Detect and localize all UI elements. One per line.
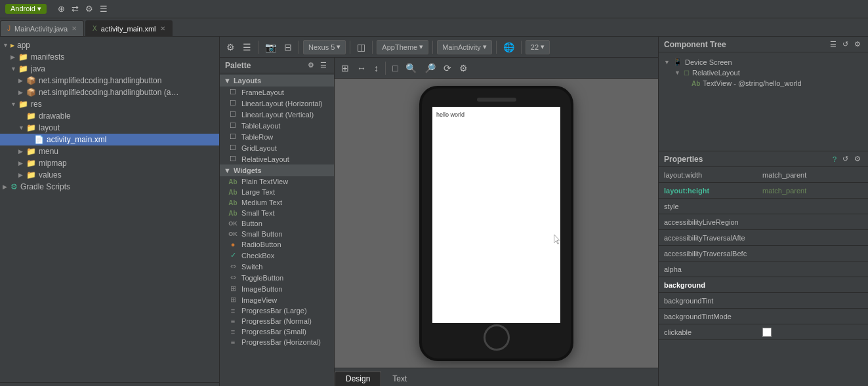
tree-item-values[interactable]: ▶ 📁 values — [0, 169, 219, 181]
props-help-icon[interactable]: ? — [831, 154, 838, 164]
tab-java-close[interactable]: ✕ — [72, 25, 77, 32]
prop-row-layout-height[interactable]: layout:height match_parent — [659, 183, 868, 199]
tab-design[interactable]: Design — [335, 371, 381, 386]
palette-item-button[interactable]: OK Button — [220, 218, 334, 229]
api-dropdown-btn[interactable]: 22 ▾ — [526, 40, 550, 54]
phone-screen[interactable]: hello world — [432, 107, 560, 323]
palette-list-icon[interactable]: ☰ — [240, 41, 254, 54]
clickable-checkbox[interactable] — [762, 328, 772, 337]
screenshot-icon[interactable]: 📷 — [262, 41, 279, 54]
prop-row-style[interactable]: style — [659, 199, 868, 214]
toolbar-sep-4 — [372, 41, 373, 54]
palette-section-widgets[interactable]: ▼ Widgets — [220, 164, 334, 176]
prop-row-a11y-live[interactable]: accessibilityLiveRegion — [659, 214, 868, 230]
canvas-zoom-reset-icon[interactable]: □ — [390, 62, 400, 75]
palette-item-plain-textview[interactable]: Ab Plain TextView — [220, 176, 334, 187]
sync-icon[interactable]: ⊕ — [56, 3, 67, 14]
portrait-icon[interactable]: ◫ — [354, 41, 368, 54]
tab-text[interactable]: Text — [381, 371, 418, 386]
settings-icon[interactable]: ⚙ — [83, 3, 95, 14]
comp-item-device-screen[interactable]: ▼ 📱 Device Screen — [664, 56, 863, 68]
palette-item-switch[interactable]: ⇔ Switch — [220, 261, 334, 272]
prop-row-a11y-trav-b[interactable]: accessibilityTraversalBefc — [659, 246, 868, 261]
palette-item-frame-layout[interactable]: ☐ FrameLayout — [220, 87, 334, 98]
palette-item-relative-layout[interactable]: ☐ RelativeLayout — [220, 153, 334, 164]
palette-item-small-button[interactable]: OK Small Button — [220, 229, 334, 239]
canvas-zoom-in-icon[interactable]: 🔍 — [403, 62, 419, 75]
palette-item-table-row[interactable]: ☐ TableRow — [220, 131, 334, 142]
project-scrollbar[interactable] — [0, 382, 219, 386]
prop-row-bg-tint-mode[interactable]: backgroundTintMode — [659, 309, 868, 324]
canvas-v-expand-icon[interactable]: ↕ — [371, 62, 381, 75]
comp-tree-icon-1[interactable]: ☰ — [828, 39, 838, 49]
menu-icon[interactable]: ☰ — [98, 3, 110, 14]
prop-row-clickable[interactable]: clickable — [659, 324, 868, 340]
canvas-settings-icon[interactable]: ⚙ — [457, 62, 470, 75]
props-filter-icon[interactable]: ⚙ — [852, 154, 863, 164]
prop-row-bg-tint[interactable]: backgroundTint — [659, 293, 868, 309]
tree-item-java[interactable]: ▼ 📁 java — [0, 63, 219, 75]
canvas-grid-icon[interactable]: ⊞ — [339, 62, 352, 75]
palette-item-radio-button[interactable]: ● RadioButton — [220, 239, 334, 250]
tree-item-gradle[interactable]: ▶ ⚙ Gradle Scripts — [0, 181, 219, 193]
palette-item-medium-text[interactable]: Ab Medium Text — [220, 197, 334, 208]
palette-header: Palette ⚙ ☰ — [220, 58, 334, 73]
palette-item-linear-v[interactable]: ☐ LinearLayout (Vertical) — [220, 109, 334, 120]
palette-add-icon[interactable]: ⚙ — [306, 60, 316, 70]
palette-item-progressbar-large[interactable]: ≡ ProgressBar (Large) — [220, 305, 334, 316]
tree-item-res[interactable]: ▼ 📁 res — [0, 98, 219, 110]
tree-item-drawable[interactable]: 📁 drawable — [0, 110, 219, 122]
palette-item-image-button[interactable]: ⊞ ImageButton — [220, 283, 334, 294]
palette-item-small-text[interactable]: Ab Small Text — [220, 208, 334, 218]
comp-tree-icon-2[interactable]: ↺ — [840, 39, 850, 49]
nexus-dropdown-btn[interactable]: Nexus 5 ▾ — [303, 40, 346, 54]
phone-home-button[interactable] — [484, 324, 510, 351]
textview-comp-label: TextView - @string/hello_world — [703, 79, 801, 87]
tree-item-mipmap[interactable]: ▶ 📁 mipmap — [0, 157, 219, 169]
tab-activity-xml[interactable]: X activity_main.xml ✕ — [85, 20, 172, 36]
palette-search-icon[interactable]: ☰ — [318, 60, 329, 70]
tab-xml-close[interactable]: ✕ — [160, 25, 165, 32]
palette-item-large-text[interactable]: Ab Large Text — [220, 187, 334, 197]
tree-item-manifests[interactable]: ▶ 📁 manifests — [0, 51, 219, 63]
project-tree: ▼ ▸ app ▶ 📁 manifests ▼ 📁 java ▶ 📦 net.s… — [0, 37, 219, 382]
palette-settings-icon[interactable]: ⚙ — [224, 41, 238, 54]
toggle-icon[interactable]: ⊟ — [281, 41, 295, 54]
tree-item-menu[interactable]: ▶ 📁 menu — [0, 145, 219, 157]
palette-item-toggle-button[interactable]: ⇔ ToggleButton — [220, 272, 334, 283]
prop-row-background[interactable]: background — [659, 277, 868, 293]
tree-item-pkg1[interactable]: ▶ 📦 net.simplifiedcoding.handlingbutton — [0, 75, 219, 87]
widgets-arrow: ▼ — [224, 166, 231, 174]
theme-dropdown-btn[interactable]: AppTheme ▾ — [377, 40, 428, 54]
android-dropdown[interactable]: Android ▾ — [5, 4, 47, 14]
comp-item-textview[interactable]: Ab TextView - @string/hello_world — [664, 78, 863, 88]
tree-item-app[interactable]: ▼ ▸ app — [0, 39, 219, 51]
globe-icon[interactable]: 🌐 — [501, 41, 517, 54]
canvas-refresh-icon[interactable]: ⟳ — [441, 62, 454, 75]
palette-item-checkbox[interactable]: ✓ CheckBox — [220, 250, 334, 261]
comp-tree-icon-3[interactable]: ⚙ — [852, 39, 863, 49]
swap-icon[interactable]: ⇄ — [70, 3, 81, 14]
checkbox-label: CheckBox — [241, 252, 274, 260]
tree-item-activity-main[interactable]: 📄 activity_main.xml — [0, 134, 219, 145]
canvas-h-expand-icon[interactable]: ↔ — [354, 62, 369, 75]
prop-row-a11y-trav-a[interactable]: accessibilityTraversalAfte — [659, 230, 868, 246]
tab-main-java[interactable]: J MainActivity.java ✕ — [0, 20, 84, 36]
prop-row-layout-width[interactable]: layout:width match_parent — [659, 167, 868, 183]
props-reset-icon[interactable]: ↺ — [840, 154, 850, 164]
palette-item-linear-h[interactable]: ☐ LinearLayout (Horizontal) — [220, 98, 334, 109]
palette-item-grid-layout[interactable]: ☐ GridLayout — [220, 142, 334, 153]
palette-item-progressbar-horiz[interactable]: ≡ ProgressBar (Horizontal) — [220, 337, 334, 347]
palette-item-progressbar-small[interactable]: ≡ ProgressBar (Small) — [220, 326, 334, 337]
activity-dropdown-btn[interactable]: MainActivity ▾ — [437, 40, 492, 54]
palette-section-layouts[interactable]: ▼ Layouts — [220, 75, 334, 87]
palette-item-image-view[interactable]: ⊞ ImageView — [220, 294, 334, 305]
tree-item-layout[interactable]: ▼ 📁 layout — [0, 122, 219, 134]
palette-item-progressbar-normal[interactable]: ≡ ProgressBar (Normal) — [220, 316, 334, 326]
prop-row-alpha[interactable]: alpha — [659, 261, 868, 277]
palette-item-table-layout[interactable]: ☐ TableLayout — [220, 120, 334, 131]
tree-item-pkg2[interactable]: ▶ 📦 net.simplifiedcoding.handlingbutton … — [0, 87, 219, 98]
prop-value-style — [757, 204, 868, 208]
canvas-zoom-out-icon[interactable]: 🔎 — [422, 62, 438, 75]
comp-item-relative-layout[interactable]: ▼ ☐ RelativeLayout — [664, 68, 863, 78]
